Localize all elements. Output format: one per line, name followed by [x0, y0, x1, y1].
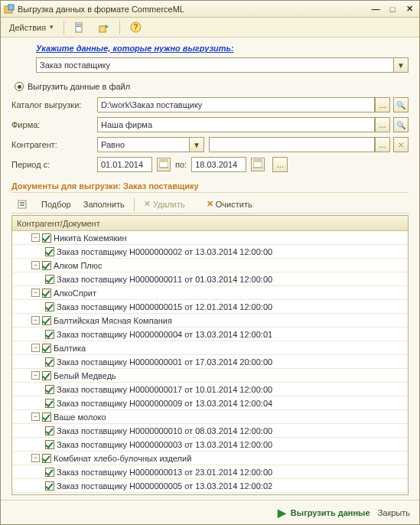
tree-group-row[interactable]: −Никита Кожемякин	[12, 231, 408, 245]
checkbox[interactable]	[42, 289, 51, 298]
checkbox[interactable]	[42, 412, 51, 422]
clear-button[interactable]: ✕ Очистить	[201, 197, 258, 212]
data-type-select[interactable]: Заказ поставщику	[36, 57, 393, 73]
tree-group-row[interactable]: −Комбинат хлебо-булочных изделий	[12, 452, 408, 465]
tree-doc-row[interactable]: Заказ поставщику Н0000000015 от 12.01.20…	[12, 300, 408, 314]
checkbox[interactable]	[45, 302, 54, 311]
tree-header[interactable]: Контрагент/Документ	[12, 216, 408, 231]
help-button[interactable]: ?	[124, 20, 147, 35]
chevron-down-icon: ▼	[193, 141, 200, 149]
doc-name: Заказ поставщику Н0000000002 от 13.03.20…	[57, 247, 272, 256]
catalog-input[interactable]: D:\work\Заказ поставщику	[97, 97, 375, 112]
doc-name: Заказ поставщику Н0000000005 от 13.03.20…	[57, 481, 272, 491]
minimize-button[interactable]: —	[369, 3, 383, 15]
checkbox[interactable]	[42, 316, 51, 325]
collapse-icon[interactable]: −	[31, 412, 40, 421]
date-to-input[interactable]: 18.03.2014	[191, 157, 246, 172]
checkbox[interactable]	[42, 344, 51, 353]
section-title: Документы для выгрузки: Заказ поставщику	[11, 181, 409, 193]
tree-doc-row[interactable]: Заказ поставщику Н0000000003 от 13.03.20…	[12, 438, 408, 452]
search-firm-button[interactable]: 🔍	[393, 117, 409, 132]
close-button[interactable]: Закрыть	[378, 508, 410, 517]
checkbox[interactable]	[42, 371, 51, 380]
toolbar-btn-1[interactable]	[68, 20, 91, 35]
delete-button[interactable]: ✕ Удалить	[138, 197, 190, 212]
contragent-value-input[interactable]	[209, 137, 375, 152]
collapse-icon[interactable]: −	[31, 371, 40, 380]
collapse-icon[interactable]: −	[31, 316, 40, 324]
tree-body[interactable]: −Никита КожемякинЗаказ поставщику Н00000…	[12, 231, 408, 494]
clear-contragent-button[interactable]: ✕	[393, 137, 409, 152]
dropdown-button[interactable]: ▼	[393, 57, 409, 73]
tree-doc-row[interactable]: Заказ поставщику Н0000000004 от 13.03.20…	[12, 328, 408, 341]
checkbox[interactable]	[45, 357, 54, 367]
toolbar-btn-2[interactable]	[93, 20, 116, 35]
select-button[interactable]: Подбор	[36, 197, 77, 212]
checkbox[interactable]	[45, 247, 54, 256]
calendar-icon	[159, 159, 168, 170]
firm-browse-button[interactable]: …	[375, 117, 390, 132]
doc-name: Заказ поставщику Н0000000013 от 23.01.20…	[57, 468, 272, 477]
search-catalog-button[interactable]: 🔍	[393, 97, 409, 112]
group-name: Балтийская Мясная Компания	[54, 316, 172, 325]
doc-name: Заказ поставщику Н0000000003 от 13.03.20…	[57, 440, 272, 449]
collapse-icon[interactable]: −	[31, 261, 40, 269]
contragent-op-select[interactable]: Равно	[97, 137, 189, 152]
radio-to-file[interactable]: Выгрузить данные в файл	[15, 82, 409, 91]
close-window-button[interactable]: ✕	[402, 3, 416, 15]
tree-group-row[interactable]: −Белый Медведь	[12, 369, 408, 383]
window: Выгрузка данных в формате CommerceML — □…	[0, 0, 420, 525]
tree-doc-row[interactable]: Заказ поставщику Н0000000001 от 17.03.20…	[12, 355, 408, 369]
tree-group-row[interactable]: −Балтийская Мясная Компания	[12, 314, 408, 328]
tree-group-row[interactable]: −Балтика	[12, 341, 408, 355]
svg-rect-4	[77, 26, 81, 27]
checkbox[interactable]	[45, 399, 54, 408]
tree-group-row[interactable]: −ЛВЗ Ромашка	[12, 493, 408, 494]
fill-button[interactable]: Заполнить	[78, 197, 130, 212]
doc-name: Заказ поставщику Н0000000011 от 01.03.20…	[57, 275, 272, 284]
group-name: Никита Кожемякин	[54, 233, 127, 243]
tree-group-row[interactable]: −АлкоСприт	[12, 286, 408, 300]
firm-input[interactable]: Наша фирма	[97, 117, 375, 132]
tree-doc-row[interactable]: Заказ поставщику Н0000000017 от 10.01.20…	[12, 383, 408, 396]
checkbox[interactable]	[42, 233, 51, 243]
collapse-icon[interactable]: −	[31, 233, 40, 242]
tree-doc-row[interactable]: Заказ поставщику Н0000000011 от 01.03.20…	[12, 272, 408, 286]
export-button[interactable]: ▶ Выгрузить данные	[278, 507, 370, 519]
ellipsis-icon: …	[379, 141, 386, 149]
actions-menu[interactable]: Действия ▼	[4, 20, 60, 35]
checkbox[interactable]	[45, 426, 54, 435]
doc-name: Заказ поставщику Н0000000001 от 17.03.20…	[57, 357, 272, 367]
period-more-button[interactable]: …	[272, 157, 288, 172]
checkbox[interactable]	[45, 275, 54, 284]
contragent-op-dd[interactable]: ▼	[189, 137, 204, 152]
checkbox[interactable]	[45, 330, 54, 339]
checkbox[interactable]	[45, 385, 54, 394]
date-to-picker[interactable]	[251, 158, 265, 171]
tree-doc-row[interactable]: Заказ поставщику Н0000000013 от 23.01.20…	[12, 465, 408, 479]
tree-doc-row[interactable]: Заказ поставщику Н0000000009 от 13.03.20…	[12, 396, 408, 410]
contragent-browse-button[interactable]: …	[375, 137, 390, 152]
checkbox[interactable]	[42, 261, 51, 270]
checkbox[interactable]	[42, 454, 51, 463]
titlebar: Выгрузка данных в формате CommerceML — □…	[1, 1, 419, 18]
tree-doc-row[interactable]: Заказ поставщику Н0000000002 от 13.03.20…	[12, 245, 408, 259]
checkbox[interactable]	[45, 440, 54, 449]
date-from-picker[interactable]	[157, 158, 171, 171]
maximize-button[interactable]: □	[386, 3, 399, 15]
browse-button[interactable]: …	[375, 97, 390, 112]
svg-rect-2	[76, 23, 82, 32]
checkbox[interactable]	[45, 468, 54, 477]
collapse-icon[interactable]: −	[31, 344, 40, 352]
tree-grid: Контрагент/Документ −Никита КожемякинЗак…	[11, 215, 409, 495]
toolbar-add-button[interactable]	[11, 197, 34, 212]
svg-rect-14	[20, 204, 24, 204]
date-from-input[interactable]: 01.01.2014	[97, 157, 152, 172]
tree-group-row[interactable]: −Ваше молоко	[12, 410, 408, 424]
collapse-icon[interactable]: −	[31, 289, 40, 297]
tree-group-row[interactable]: −Алком Плюс	[12, 259, 408, 272]
tree-doc-row[interactable]: Заказ поставщику Н0000000005 от 13.03.20…	[12, 479, 408, 493]
tree-doc-row[interactable]: Заказ поставщику Н0000000010 от 08.03.20…	[12, 424, 408, 438]
collapse-icon[interactable]: −	[31, 454, 40, 462]
checkbox[interactable]	[45, 481, 54, 491]
